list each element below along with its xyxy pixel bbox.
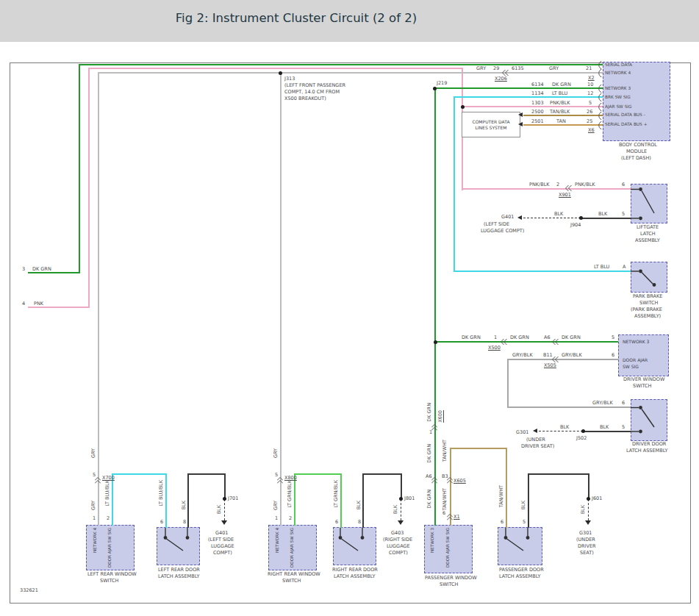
pin-label: 6: [622, 400, 625, 407]
wire-label: GRY: [549, 65, 559, 72]
pin-label: A: [623, 264, 625, 271]
circuit-label: 1303: [531, 100, 544, 107]
component-name: PASSENGER WINDOW: [425, 575, 477, 581]
wire-label: DK GRN: [462, 334, 481, 341]
splice-dot-j801: [399, 497, 403, 501]
connector-label: X505: [544, 362, 556, 369]
wiring-diagram-page: Fig 2: Instrument Cluster Circuit (2 of …: [0, 0, 699, 616]
wire-label: DK GRN: [32, 266, 51, 273]
wire-blk-ground: [528, 474, 529, 528]
splice-dot-j904: [579, 216, 583, 220]
wire-label: DK GRN: [562, 334, 581, 341]
component-name: LEFT REAR WINDOW: [87, 571, 137, 578]
inline-connector-icon-x901: [564, 185, 572, 191]
pin-label: 8: [358, 519, 361, 526]
component-name: LATCH ASSEMBLY: [626, 448, 667, 454]
connector-label: X206: [495, 76, 507, 82]
wire-label: GRY/BLK: [562, 352, 582, 359]
ground-label: LUGGAGE: [387, 543, 410, 550]
wire-label: BLK: [393, 505, 398, 514]
splice-dot-j219: [433, 87, 437, 90]
wire-dkgrn-serial: [79, 64, 603, 65]
wire-label: GRY/BLK: [592, 400, 613, 407]
pin-label: DOOR AJAR SW SIG: [446, 528, 451, 567]
component-name: MODULE: [626, 148, 647, 155]
wire-ltblublk: [112, 473, 167, 475]
pin-label: 6: [160, 519, 163, 526]
component-name: LATCH ASSEMBLY: [499, 573, 540, 580]
splice-dot-j701: [223, 497, 226, 501]
wire-label: DK GRN: [427, 490, 432, 509]
pin-label: DOOR AJAR SW SIG: [108, 528, 112, 567]
wire-dkgrn-serial: [79, 65, 80, 273]
switch-symbol: [157, 528, 198, 557]
wire-blk-ground: [187, 473, 226, 475]
connector-label: X1: [454, 514, 460, 520]
ground-label: (UNDER: [526, 437, 545, 443]
ground-arrow-icon: [517, 215, 522, 220]
pin-label: A6: [426, 473, 432, 480]
wire-blk-ground-dashed: [588, 499, 589, 520]
component-name: LATCH ASSEMBLY: [158, 573, 199, 580]
circuit-label: 2501: [531, 118, 544, 125]
inline-connector-icon-x206: [501, 70, 509, 76]
pin-label: 2: [107, 515, 110, 522]
wire-label: PNK/BLK: [550, 100, 570, 107]
inline-connector-icon-x500: [500, 339, 507, 345]
wire-label: GRY: [91, 448, 96, 458]
pin-label: SERIAL DATA BUS +: [605, 122, 648, 128]
pin-bracket-icon: [598, 85, 602, 93]
component-name: PASSENGER DOOR: [499, 567, 544, 573]
wire-pnk: [88, 68, 90, 308]
wire-label: PNK: [34, 301, 43, 307]
pin-label: 5: [275, 472, 278, 479]
connector-label: X901: [559, 192, 571, 198]
pin-label: 26: [587, 109, 592, 115]
wire-blk-ground-dashed: [401, 499, 401, 520]
ground-label: LUGGAGE COMPT): [481, 228, 524, 234]
ground-label: SEAT): [580, 550, 594, 556]
wire-pnk: [88, 68, 463, 69]
connector-label: X500: [488, 345, 501, 351]
splice-dot-j313: [279, 71, 282, 75]
switch-symbol: [631, 184, 666, 222]
wire-label: BLK: [217, 505, 222, 514]
wire-label: TAN/BLK: [550, 109, 570, 115]
wire-label: BLK: [182, 501, 187, 509]
passenger-window-switch-box: NETWORK 3 DOOR AJAR SW SIG: [424, 525, 473, 573]
pin-label: 2: [556, 182, 559, 188]
pin-label: 6: [442, 510, 445, 517]
ground-label: DRIVER: [578, 543, 596, 550]
ground-arrow-icon: [221, 520, 227, 525]
wire-blk-ground: [362, 474, 364, 528]
wire-dkgrn-network3: [434, 341, 618, 343]
wire-label: GRY/BLK: [512, 352, 533, 359]
right-rear-window-switch-box: NETWORK 4 DOOR AJAR SW SIG: [268, 525, 317, 570]
pin-label: NETWORK 4: [276, 528, 280, 553]
ground-label: G301: [579, 530, 592, 537]
wire-gryblk-ajar: [507, 407, 631, 408]
pin-bracket-icon: [598, 61, 602, 69]
splice-label: J701: [228, 495, 238, 502]
pin-label: 5: [622, 211, 625, 218]
wire-label: BLK: [521, 501, 526, 509]
pin-label: 1: [494, 334, 497, 341]
wire-label: PNK/BLK: [575, 182, 595, 188]
wire-label: BLK: [560, 424, 569, 431]
ground-arrow-icon: [533, 429, 537, 433]
pin-label: 8: [183, 519, 186, 526]
switch-symbol: [631, 262, 666, 291]
pin-label: NETWORK 4: [605, 71, 631, 76]
wire-pnkblk: [462, 188, 632, 190]
computer-data-label: LINES SYSTEM: [475, 126, 506, 130]
pin-label: SERIAL DATA BUS -: [605, 112, 645, 118]
wire-ltblu-brake: [454, 96, 603, 98]
wire-ltblu-brake: [454, 97, 455, 272]
ground-label: DRIVER SEAT): [521, 443, 554, 450]
ground-label: (RIGHT SIDE: [383, 537, 412, 543]
pin-label: 3: [22, 266, 25, 273]
signal-arrow-icon: [518, 122, 523, 126]
circuit-label: 6134: [531, 82, 544, 88]
wire-blk-ground: [581, 218, 631, 219]
splice-dot-j502: [581, 429, 585, 433]
